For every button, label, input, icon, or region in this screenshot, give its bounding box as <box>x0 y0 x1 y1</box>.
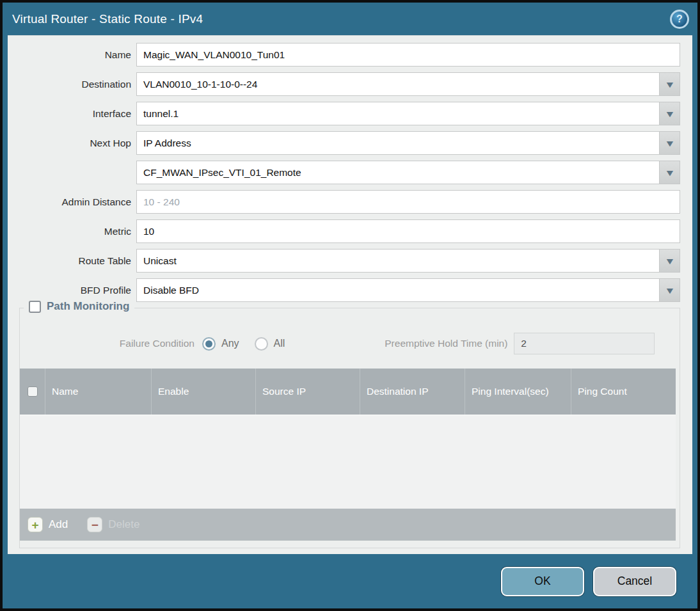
virtual-router-static-route-dialog: Virtual Router - Static Route - IPv4 ? N… <box>0 0 700 611</box>
preemptive-hold-time-label: Preemptive Hold Time (min) <box>349 338 507 349</box>
column-header-source-ip[interactable]: Source IP <box>256 369 360 415</box>
delete-button[interactable]: − Delete <box>87 517 139 532</box>
destination-combobox[interactable]: VLAN0010_10-1-10-0--24 ▼ <box>136 72 680 96</box>
form-row-next-hop-address: CF_MWAN_IPsec_VTI_01_Remote ▼ <box>8 161 692 184</box>
interface-label: Interface <box>8 108 136 120</box>
dialog-content: Name Destination VLAN0010_10-1-10-0--24 … <box>8 35 692 554</box>
form-row-next-hop: Next Hop IP Address ▼ <box>8 131 692 155</box>
radio-all-label: All <box>274 338 285 349</box>
destination-value: VLAN0010_10-1-10-0--24 <box>137 73 659 95</box>
metric-label: Metric <box>8 226 136 237</box>
destination-dropdown-button[interactable]: ▼ <box>659 73 680 95</box>
next-hop-address-dropdown-button[interactable]: ▼ <box>659 161 680 184</box>
admin-distance-label: Admin Distance <box>8 196 136 208</box>
chevron-down-icon: ▼ <box>664 80 675 89</box>
cancel-button[interactable]: Cancel <box>593 567 676 596</box>
route-table-label: Route Table <box>8 255 136 267</box>
name-input[interactable] <box>136 43 680 67</box>
chevron-down-icon: ▼ <box>664 109 675 118</box>
form-row-metric: Metric <box>8 219 692 243</box>
delete-button-label: Delete <box>108 518 139 531</box>
next-hop-address-combobox[interactable]: CF_MWAN_IPsec_VTI_01_Remote ▼ <box>136 161 680 184</box>
path-monitoring-legend: Path Monitoring <box>24 300 134 313</box>
select-all-checkbox[interactable] <box>28 386 38 397</box>
chevron-down-icon: ▼ <box>664 286 675 295</box>
form-row-interface: Interface tunnel.1 ▼ <box>8 102 692 125</box>
chevron-down-icon: ▼ <box>664 257 675 266</box>
path-monitoring-table: Name Enable Source IP Destination IP Pin… <box>20 369 676 541</box>
failure-condition-radio-all[interactable]: All <box>255 337 285 351</box>
next-hop-address-value: CF_MWAN_IPsec_VTI_01_Remote <box>137 161 659 184</box>
admin-distance-input[interactable] <box>136 190 680 214</box>
failure-condition-row: Failure Condition Any All Preemptive Hol… <box>20 333 680 354</box>
form-row-route-table: Route Table Unicast ▼ <box>8 249 692 273</box>
chevron-down-icon: ▼ <box>664 168 675 177</box>
help-icon[interactable]: ? <box>670 10 689 29</box>
table-header-row: Name Enable Source IP Destination IP Pin… <box>20 369 676 415</box>
form-row-name: Name <box>8 43 692 67</box>
path-monitoring-title: Path Monitoring <box>47 300 129 313</box>
route-table-value: Unicast <box>137 250 659 272</box>
column-header-ping-count[interactable]: Ping Count <box>571 369 676 415</box>
bfd-profile-label: BFD Profile <box>8 285 136 296</box>
chevron-down-icon: ▼ <box>664 139 675 148</box>
next-hop-combobox[interactable]: IP Address ▼ <box>136 131 680 155</box>
name-label: Name <box>8 49 136 61</box>
route-table-dropdown-button[interactable]: ▼ <box>659 250 680 272</box>
route-table-combobox[interactable]: Unicast ▼ <box>136 249 680 273</box>
dialog-footer: OK Cancel <box>3 554 697 608</box>
dialog-title: Virtual Router - Static Route - IPv4 <box>12 12 203 26</box>
destination-label: Destination <box>8 79 136 90</box>
table-body-empty <box>20 415 676 509</box>
bfd-profile-combobox[interactable]: Disable BFD ▼ <box>136 278 680 302</box>
table-toolbar: + Add − Delete <box>20 509 676 541</box>
ok-button[interactable]: OK <box>501 567 584 596</box>
next-hop-dropdown-button[interactable]: ▼ <box>659 132 680 154</box>
radio-any-label: Any <box>221 338 239 349</box>
column-header-name[interactable]: Name <box>45 369 152 415</box>
path-monitoring-checkbox[interactable] <box>29 301 41 313</box>
dialog-titlebar: Virtual Router - Static Route - IPv4 ? <box>3 3 697 35</box>
failure-condition-label: Failure Condition <box>20 338 195 349</box>
next-hop-label: Next Hop <box>8 138 136 149</box>
column-header-destination-ip[interactable]: Destination IP <box>360 369 465 415</box>
next-hop-value: IP Address <box>137 132 659 154</box>
radio-selected-icon <box>202 337 216 351</box>
bfd-profile-dropdown-button[interactable]: ▼ <box>659 279 680 301</box>
bfd-profile-value: Disable BFD <box>137 279 659 301</box>
interface-dropdown-button[interactable]: ▼ <box>659 102 680 125</box>
column-header-enable[interactable]: Enable <box>152 369 256 415</box>
form-row-destination: Destination VLAN0010_10-1-10-0--24 ▼ <box>8 72 692 96</box>
radio-unselected-icon <box>255 337 268 351</box>
add-button-label: Add <box>49 518 68 531</box>
interface-combobox[interactable]: tunnel.1 ▼ <box>136 102 680 125</box>
column-header-ping-interval[interactable]: Ping Interval(sec) <box>465 369 571 415</box>
failure-condition-radio-any[interactable]: Any <box>202 337 239 351</box>
add-button[interactable]: + Add <box>28 517 68 532</box>
plus-icon: + <box>28 517 43 532</box>
interface-value: tunnel.1 <box>137 102 659 125</box>
path-monitoring-section: Path Monitoring Failure Condition Any Al… <box>19 308 680 548</box>
preemptive-hold-time-input[interactable] <box>514 333 655 354</box>
minus-icon: − <box>87 517 102 532</box>
form-row-admin-distance: Admin Distance <box>8 190 692 214</box>
form-row-bfd-profile: BFD Profile Disable BFD ▼ <box>8 278 692 302</box>
metric-input[interactable] <box>136 219 680 243</box>
